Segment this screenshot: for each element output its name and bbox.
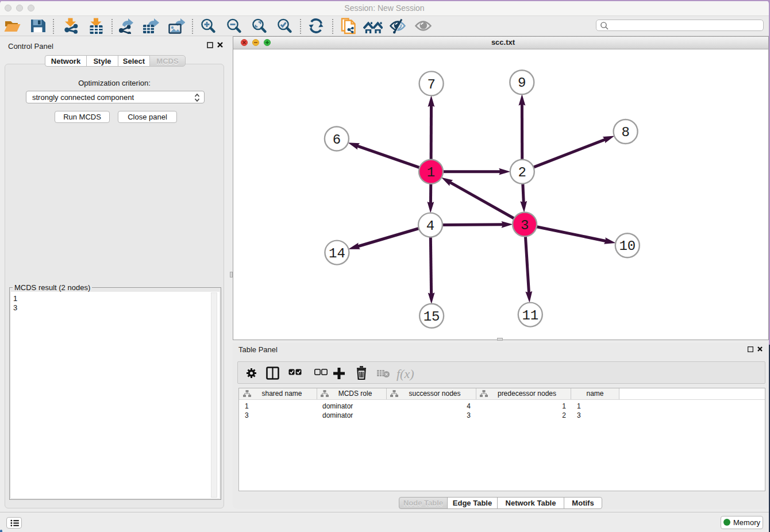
svg-text:7: 7	[427, 77, 435, 92]
svg-text:3: 3	[521, 218, 529, 233]
svg-text:2: 2	[518, 165, 526, 180]
svg-text:11: 11	[522, 308, 538, 323]
svg-text:1: 1	[427, 165, 435, 180]
svg-text:14: 14	[329, 246, 345, 261]
svg-text:9: 9	[518, 75, 526, 91]
svg-text:4: 4	[426, 218, 434, 234]
svg-text:6: 6	[333, 132, 341, 148]
svg-text:15: 15	[424, 309, 440, 325]
svg-text:8: 8	[621, 125, 629, 140]
svg-text:10: 10	[619, 238, 636, 254]
